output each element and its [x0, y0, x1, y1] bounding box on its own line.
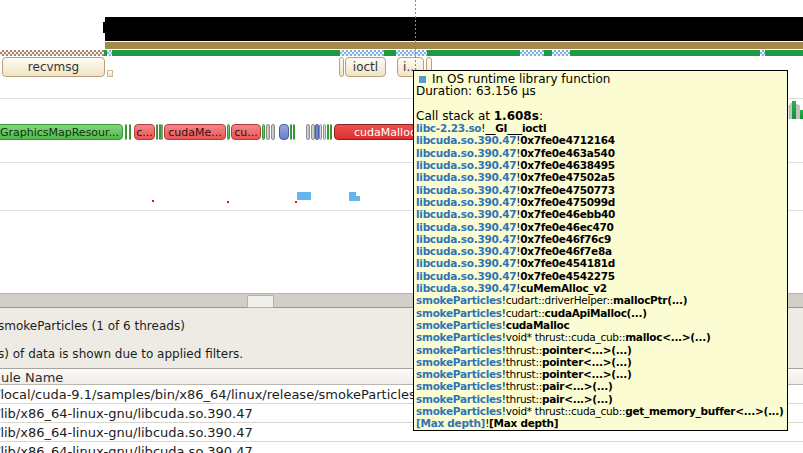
callstack-line: libcuda.so.390.47!0x7fe0e4542275 — [416, 270, 784, 282]
hover-crosshair-line — [415, 0, 416, 70]
callstack-line: libcuda.so.390.47!0x7fe0e46ebb40 — [416, 208, 784, 220]
red-marker[interactable] — [227, 201, 229, 203]
red-marker[interactable] — [152, 200, 154, 202]
callstack-line: smokeParticles!thrust::pointer<...>(...) — [416, 344, 784, 356]
callstack-line: smokeParticles!thrust::pair<...>(...) — [416, 380, 784, 392]
tooltip-callstack-header: Call stack at 1.608s: — [416, 110, 784, 122]
red-marker[interactable] — [295, 201, 297, 203]
callstack-line: smokeParticles!cudart::cudaApiMalloc(...… — [416, 307, 784, 319]
os-runtime-legend-icon — [419, 76, 426, 83]
callstack-line: libcuda.so.390.47!0x7fe0e46ec470 — [416, 221, 784, 233]
callstack-line: libcuda.so.390.47!0x7fe0e475099d — [416, 196, 784, 208]
module-table-row[interactable]: /lib/x86_64-linux-gnu/libcuda.so.390.47 — [0, 442, 803, 453]
callstack-line: [Max depth]![Max depth] — [416, 417, 784, 429]
callstack-line: libcuda.so.390.47!cuMemAlloc_v2 — [416, 282, 784, 294]
callstack-line: smokeParticles!void* thrust::cuda_cub::m… — [416, 331, 784, 343]
callstack-line: libcuda.so.390.47!0x7fe0e4750773 — [416, 184, 784, 196]
callstack-line: libcuda.so.390.47!0x7fe0e47502a5 — [416, 171, 784, 183]
callstack-line: smokeParticles!void* thrust::cuda_cub::g… — [416, 405, 784, 417]
callstack-line: libc-2.23.so!__GI___ioctl — [416, 122, 784, 134]
callstack-line: libcuda.so.390.47!0x7fe0e463a540 — [416, 147, 784, 159]
callstack-line: smokeParticles!thrust::pointer<...>(...) — [416, 368, 784, 380]
callstack-line: smokeParticles!thrust::pointer<...>(...) — [416, 356, 784, 368]
callstack-line: libcuda.so.390.47!0x7fe0e4712164 — [416, 134, 784, 146]
blue-marker[interactable] — [356, 196, 360, 201]
callstack-line: libcuda.so.390.47!0x7fe0e46f7e8a — [416, 245, 784, 257]
tooltip-duration: Duration: 63.156 µs — [416, 85, 784, 97]
callstack-line: smokeParticles!cudaMalloc — [416, 319, 784, 331]
callstack-line: smokeParticles!thrust::pair<...>(...) — [416, 393, 784, 405]
callstack-tooltip: In OS runtime library function Duration:… — [413, 70, 788, 431]
callstack-line: libcuda.so.390.47!0x7fe0e4638495 — [416, 159, 784, 171]
callstack-line: libcuda.so.390.47!0x7fe0e46f76c9 — [416, 233, 784, 245]
filter-info: s) of data is shown due to applied filte… — [0, 347, 243, 361]
blue-marker[interactable] — [297, 192, 311, 200]
profiler-timeline-view: recvmsgioctli... GraphicsMapResour...c..… — [0, 0, 803, 453]
callstack-line: smokeParticles!cudart::driverHelper::mal… — [416, 294, 784, 306]
table-header-label: ule Name — [1, 370, 63, 385]
callstack-line: libcuda.so.390.47!0x7fe0e454181d — [416, 257, 784, 269]
blue-marker[interactable] — [349, 192, 356, 201]
scrollbar-thumb[interactable] — [247, 295, 274, 308]
thread-info: smokeParticles (1 of 6 threads) — [0, 319, 185, 333]
